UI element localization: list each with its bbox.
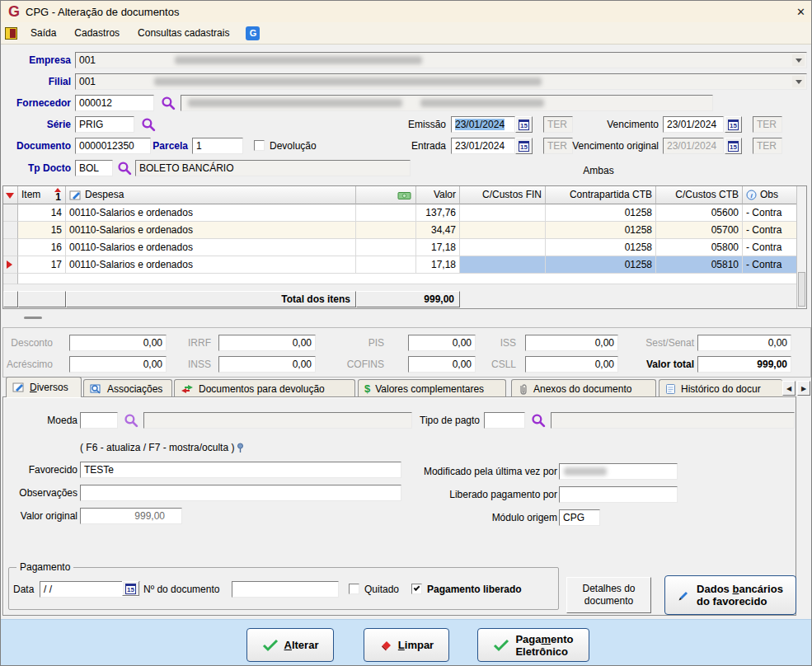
tab-scroll-right-button[interactable]: ▶: [797, 381, 810, 396]
menu-saida[interactable]: Saída: [21, 25, 65, 41]
search-icon[interactable]: [531, 413, 546, 428]
taxes-panel: Desconto 0,00 IRRF 0,00 PIS 0,00 ISS 0,0…: [2, 327, 811, 378]
desconto-input[interactable]: 0,00: [69, 335, 167, 351]
filial-combo[interactable]: 001: [75, 73, 807, 90]
num-documento-input[interactable]: [232, 581, 339, 598]
grid-scrollbar[interactable]: [796, 186, 806, 308]
limpar-button[interactable]: Limpar: [364, 628, 449, 662]
col-header-valor[interactable]: Valor: [416, 186, 460, 204]
sort-asc-icon: [54, 188, 61, 192]
tab-associacoes[interactable]: Associações: [83, 379, 172, 397]
col-header-despesa[interactable]: Despesa: [66, 186, 356, 204]
g-app-icon[interactable]: G: [246, 26, 260, 40]
sest-senat-input[interactable]: 0,00: [697, 335, 791, 351]
inss-input[interactable]: 0,00: [218, 356, 316, 373]
tab-scroll-left-button[interactable]: ◀: [782, 381, 796, 396]
col-header-ccustos-ctb[interactable]: C/Custos CTB: [656, 186, 743, 204]
col-header-obs[interactable]: iObs: [743, 186, 798, 204]
splitter-grip[interactable]: [24, 317, 42, 319]
table-row[interactable]: 16 00110-Salarios e ordenados 17,18 0125…: [3, 239, 798, 256]
entrada-date-input[interactable]: 23/01/2024: [451, 138, 515, 154]
tipo-pagto-input[interactable]: [484, 412, 525, 429]
close-icon[interactable]: ✕: [796, 6, 805, 18]
table-row[interactable]: 15 00110-Salarios e ordenados 34,47 0125…: [3, 222, 798, 239]
calendar-button[interactable]: 15: [122, 581, 139, 596]
observacoes-input[interactable]: [80, 485, 401, 501]
fornecedor-input[interactable]: 000012: [75, 95, 154, 111]
pis-input[interactable]: 0,00: [408, 335, 476, 351]
acrescimo-input[interactable]: 0,00: [69, 356, 167, 373]
scrollbar-thumb[interactable]: [798, 272, 805, 307]
pis-label: PIS: [331, 335, 384, 351]
exit-door-icon: [5, 27, 17, 40]
quitado-checkbox[interactable]: [349, 584, 359, 594]
emissao-date-input[interactable]: 23/01/2024: [451, 116, 515, 133]
tab-documentos-devolucao[interactable]: Documentos para devolução: [174, 379, 355, 397]
alterar-button[interactable]: Alterar: [246, 628, 334, 662]
tab-valores-complementares[interactable]: $ Valores complementares: [358, 379, 506, 397]
calendar-button[interactable]: 15: [515, 138, 533, 154]
devolucao-checkbox[interactable]: [254, 140, 265, 151]
col-header-contrapartida[interactable]: Contrapartida CTB: [546, 186, 656, 204]
csll-input[interactable]: 0,00: [525, 356, 618, 373]
menu-cadastros[interactable]: Cadastros: [65, 25, 129, 41]
chevron-down-icon[interactable]: [792, 54, 805, 66]
menu-bar: Saída Cadastros Consultas cadastrais G: [1, 22, 812, 45]
serie-label: Série: [1, 116, 71, 133]
detalhes-documento-button[interactable]: Detalhes dodocumento: [566, 577, 651, 613]
eraser-icon: [379, 639, 392, 652]
vencimento-label: Vencimento: [570, 116, 659, 133]
calendar-button[interactable]: 15: [725, 116, 742, 133]
tab-anexos[interactable]: Anexos do documento: [511, 379, 656, 397]
search-icon[interactable]: [141, 117, 156, 132]
iss-input[interactable]: 0,00: [525, 335, 618, 351]
app-logo-icon: G: [8, 4, 20, 19]
cofins-input[interactable]: 0,00: [408, 356, 476, 373]
col-header-item[interactable]: Item1: [18, 186, 66, 204]
empresa-combo[interactable]: 001: [75, 52, 807, 68]
pagamento-eletronico-button[interactable]: PagamentoEletrônico: [477, 628, 589, 662]
parcela-input[interactable]: 1: [192, 138, 243, 154]
liberado-pagamento-input[interactable]: [559, 486, 678, 503]
valor-original-label: Valor original: [8, 508, 77, 524]
search-icon[interactable]: [124, 413, 138, 428]
calendar-button[interactable]: 15: [725, 138, 742, 154]
check-icon: [414, 584, 420, 591]
moeda-label: Moeda: [8, 412, 77, 429]
search-icon[interactable]: [161, 96, 176, 110]
vencimento-date-input[interactable]: 23/01/2024: [663, 116, 724, 133]
documento-input[interactable]: 0000012350: [75, 138, 151, 154]
favorecido-input[interactable]: TESTe: [80, 462, 401, 478]
csll-label: CSLL: [481, 356, 516, 373]
table-row[interactable]: 14 00110-Salarios e ordenados 137,76 012…: [3, 204, 798, 222]
check-icon: [493, 639, 509, 652]
dados-bancarios-button[interactable]: Dados bancáriosdo favorecido: [664, 575, 796, 615]
data-label: Data: [13, 581, 36, 598]
irrf-input[interactable]: 0,00: [218, 335, 316, 351]
tab-historico[interactable]: Histórico do docur: [659, 379, 782, 397]
info-icon: i: [746, 190, 757, 200]
moeda-input[interactable]: [80, 412, 118, 429]
tp-docto-input[interactable]: BOL: [75, 160, 113, 176]
screen-magnifier-icon: [90, 383, 102, 395]
table-row-selected[interactable]: 17 00110-Salarios e ordenados 17,18 0125…: [3, 256, 798, 274]
col-header-ccustos-fin[interactable]: C/Custos FIN: [460, 186, 546, 204]
menu-consultas-cadastrais[interactable]: Consultas cadastrais: [129, 25, 238, 41]
pencil-icon: [678, 589, 691, 602]
pagamento-liberado-checkbox[interactable]: [411, 584, 422, 594]
devolucao-checkbox-label: Devolução: [270, 139, 317, 152]
check-icon: [262, 639, 279, 652]
modificado-field: [559, 463, 678, 480]
dollar-icon: $: [364, 382, 370, 395]
tab-diversos[interactable]: Diversos: [6, 377, 82, 397]
note-pencil-icon: [69, 190, 82, 201]
search-icon[interactable]: [117, 161, 132, 176]
calendar-button[interactable]: 15: [515, 116, 533, 133]
serie-input[interactable]: PRIG: [75, 116, 134, 133]
redacted-text: [420, 99, 544, 107]
chevron-down-icon[interactable]: [792, 76, 805, 87]
current-row-marker-icon: [7, 260, 12, 269]
col-header-cash[interactable]: [356, 186, 416, 204]
redacted-text: [175, 56, 422, 64]
marker-column-header[interactable]: [3, 186, 18, 204]
